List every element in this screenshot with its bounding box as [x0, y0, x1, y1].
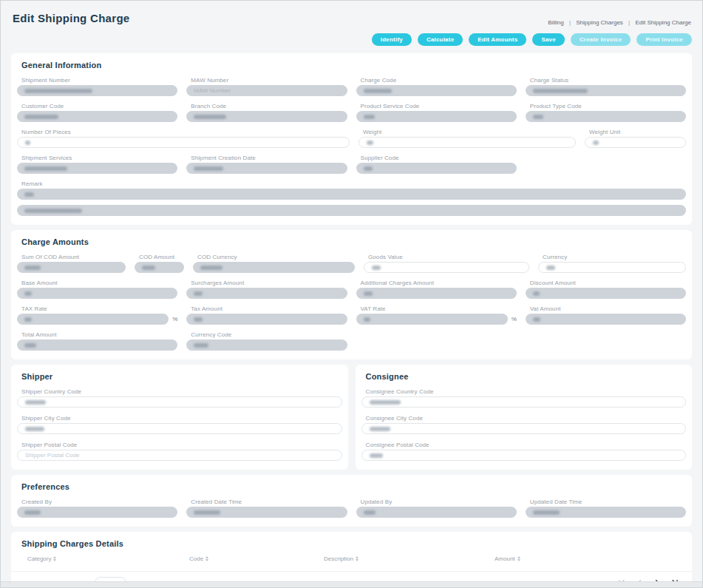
customer-code-label: Customer Code [17, 103, 177, 109]
redacted-value [372, 266, 381, 270]
preferences-card: Preferences Created By Created Date Time… [11, 475, 692, 527]
sort-icon [206, 556, 208, 561]
breadcrumb-billing[interactable]: Billing [548, 19, 563, 26]
breadcrumb-shipping-charges[interactable]: Shipping Charges [576, 19, 623, 26]
shipping-charges-details-heading: Shipping Charges Details [21, 539, 686, 548]
vat-rate-suffix: % [512, 316, 517, 322]
redacted-value [194, 510, 220, 515]
shipment-number-input [17, 85, 177, 96]
tax-rate-label: TAX Rate [17, 305, 177, 312]
branch-code-label: Branch Code [186, 103, 347, 109]
redacted-value [364, 89, 392, 93]
cod-amount-label: COD Amount [135, 254, 184, 260]
product-type-code-label: Product Type Code [526, 103, 686, 109]
field-goods-value: Goods Value [364, 254, 529, 273]
customer-code-input [17, 111, 177, 122]
redacted-value [364, 317, 370, 322]
field-consignee-country-code: Consignee Country Code [361, 388, 687, 408]
field-total-amount: Total Amount [17, 331, 177, 351]
shipment-number-label: Shipment Number [17, 77, 177, 84]
field-product-type-code: Product Type Code [526, 103, 686, 122]
consignee-city-code-input[interactable] [361, 423, 687, 434]
column-label: Amount [495, 555, 515, 562]
redacted-value [367, 141, 373, 145]
consignee-postal-code-input[interactable] [361, 450, 687, 461]
redacted-value [24, 317, 32, 322]
redacted-value [194, 115, 226, 119]
field-weight-unit: Weight Unit [585, 129, 686, 148]
sort-icon [517, 556, 520, 561]
consignee-card: Consignee Consignee Country Code Consign… [356, 365, 693, 470]
shipment-services-label: Shipment Services [17, 155, 177, 161]
field-branch-code: Branch Code [186, 103, 347, 122]
breadcrumb-edit-shipping-charge: Edit Shipping Charge [635, 19, 691, 26]
redacted-value [194, 317, 203, 322]
redacted-value [24, 115, 58, 119]
weight-unit-input[interactable] [585, 137, 686, 148]
column-header-code[interactable]: Code [189, 555, 324, 562]
currency-code-input [186, 339, 347, 351]
save-button[interactable]: Save [532, 33, 564, 46]
goods-value-input[interactable] [364, 262, 529, 273]
supplier-code-input [356, 163, 517, 174]
shipper-country-code-input[interactable] [17, 396, 342, 408]
created-by-input [17, 507, 177, 518]
cod-currency-input [193, 262, 355, 273]
currency-label: Currency [538, 254, 686, 260]
field-cod-amount: COD Amount [135, 254, 184, 273]
remark-input [17, 189, 686, 200]
charge-amounts-card: Charge Amounts Sum Of COD Amount COD Amo… [11, 230, 692, 359]
field-additional-charges-amount: Additional Charges Amount [356, 280, 517, 299]
redacted-value [25, 427, 44, 431]
weight-unit-label: Weight Unit [585, 129, 686, 135]
field-updated-by: Updated By [356, 499, 517, 518]
redacted-value [533, 89, 588, 93]
redacted-value [194, 166, 223, 171]
updated-by-label: Updated By [356, 499, 517, 505]
shipper-postal-code-input[interactable]: Shipper Postal Code [17, 450, 342, 461]
print-invoice-button: Print Invoice [636, 33, 692, 46]
field-consignee-postal-code: Consignee Postal Code [361, 442, 687, 461]
field-shipper-postal-code: Shipper Postal Code Shipper Postal Code [17, 442, 342, 461]
field-supplier-code: Supplier Code [356, 155, 517, 174]
redacted-value [546, 266, 555, 270]
redacted-value [533, 510, 560, 515]
consignee-country-code-input[interactable] [361, 396, 687, 408]
updated-by-input [356, 507, 517, 518]
field-number-of-pieces: Number Of Pieces [17, 129, 350, 148]
shipper-city-code-label: Shipper City Code [17, 415, 342, 422]
field-cod-currency: COD Currency [193, 254, 355, 273]
column-header-amount[interactable]: Amount [495, 555, 686, 562]
weight-input[interactable] [359, 137, 576, 148]
additional-charges-amount-input [356, 288, 517, 299]
field-shipper-country-code: Shipper Country Code [17, 388, 342, 408]
window-edge [1, 581, 702, 587]
redacted-value [142, 266, 155, 270]
maw-number-placeholder: MAW Number [194, 87, 231, 94]
column-header-category[interactable]: Category [27, 555, 189, 562]
sum-of-cod-amount-input [17, 262, 126, 273]
sum-of-cod-amount-label: Sum Of COD Amount [17, 254, 126, 260]
product-service-code-label: Product Service Code [356, 103, 517, 109]
currency-input[interactable] [538, 262, 686, 273]
column-label: Category [27, 555, 51, 562]
consignee-city-code-label: Consignee City Code [361, 415, 687, 422]
remark-input-line2 [17, 205, 686, 216]
shipper-card: Shipper Shipper Country Code Shipper Cit… [11, 365, 348, 470]
vat-amount-label: Vat Amount [526, 305, 686, 312]
redacted-value [25, 141, 30, 145]
shipper-city-code-input[interactable] [17, 423, 342, 434]
redacted-value [194, 343, 208, 348]
preferences-heading: Preferences [21, 482, 686, 491]
edit-amounts-button[interactable]: Edit Amounts [469, 33, 526, 46]
number-of-pieces-input[interactable] [17, 137, 350, 148]
calculate-button[interactable]: Calculate [418, 33, 463, 46]
column-header-description[interactable]: Description [324, 555, 495, 562]
tax-rate-suffix: % [172, 316, 177, 322]
shipment-creation-date-label: Shipment Creation Date [186, 155, 347, 161]
field-vat-amount: Vat Amount [526, 305, 686, 325]
created-by-label: Created By [17, 499, 177, 505]
identify-button[interactable]: Identify [372, 33, 412, 46]
redacted-value [24, 89, 92, 93]
field-currency-code: Currency Code [186, 331, 347, 351]
